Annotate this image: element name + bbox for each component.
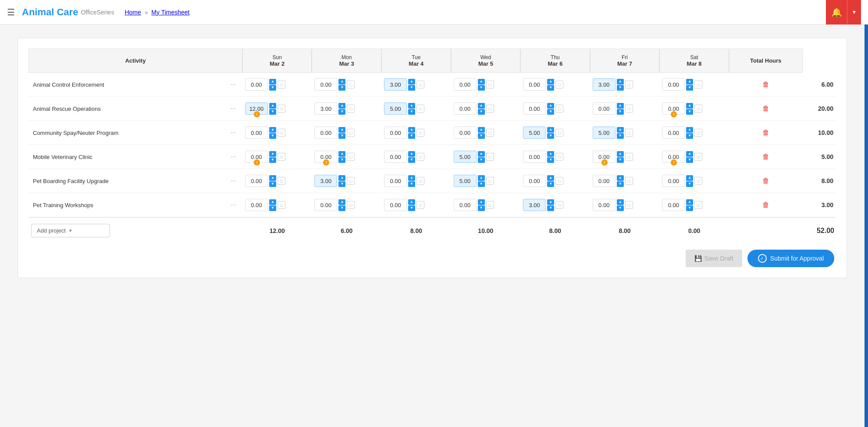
spin-up-button[interactable]: ▲ (338, 151, 345, 157)
note-button[interactable]: □ (625, 81, 633, 88)
spin-down-button[interactable]: ▼ (338, 157, 345, 163)
spin-up-button[interactable]: ▲ (408, 151, 415, 157)
spin-down-button[interactable]: ▼ (617, 133, 624, 139)
spin-down-button[interactable]: ▼ (547, 85, 554, 91)
hour-input[interactable] (593, 175, 615, 187)
spin-down-button[interactable]: ▼ (547, 181, 554, 187)
spin-down-button[interactable]: ▼ (338, 133, 345, 139)
hour-input[interactable] (593, 127, 615, 139)
spin-up-button[interactable]: ▲ (478, 103, 485, 109)
spin-down-button[interactable]: ▼ (617, 85, 624, 91)
spin-up-button[interactable]: ▲ (269, 199, 276, 205)
spin-up-button[interactable]: ▲ (547, 103, 554, 109)
hour-input[interactable] (314, 127, 337, 139)
spin-up-button[interactable]: ▲ (408, 199, 415, 205)
note-button[interactable]: □ (277, 177, 285, 185)
spin-down-button[interactable]: ▼ (269, 181, 276, 187)
note-button[interactable]: □ (347, 153, 355, 161)
spin-up-button[interactable]: ▲ (338, 175, 345, 181)
spin-down-button[interactable]: ▼ (338, 109, 345, 115)
delete-row-button[interactable]: 🗑 (761, 104, 770, 113)
spin-down-button[interactable]: ▼ (686, 109, 693, 115)
hour-input[interactable] (662, 127, 685, 139)
spin-down-button[interactable]: ▼ (478, 157, 485, 163)
notifications-button[interactable]: 🔔 (826, 0, 847, 25)
delete-row-button[interactable]: 🗑 (761, 200, 770, 210)
add-project-button[interactable]: Add project ▼ (31, 224, 110, 237)
note-button[interactable]: □ (625, 129, 633, 137)
hour-input[interactable] (454, 127, 477, 139)
spin-up-button[interactable]: ▲ (338, 79, 345, 85)
breadcrumb-home[interactable]: Home (125, 9, 141, 16)
hour-input[interactable] (384, 199, 407, 211)
row-menu-button[interactable]: ··· (229, 152, 238, 162)
hour-input[interactable] (523, 199, 546, 211)
spin-up-button[interactable]: ▲ (686, 103, 693, 109)
note-button[interactable]: □ (555, 201, 563, 209)
note-button[interactable]: □ (486, 153, 494, 161)
spin-up-button[interactable]: ▲ (408, 175, 415, 181)
spin-down-button[interactable]: ▼ (408, 205, 415, 211)
spin-down-button[interactable]: ▼ (408, 85, 415, 91)
spin-up-button[interactable]: ▲ (408, 79, 415, 85)
note-button[interactable]: □ (416, 129, 424, 137)
hour-input[interactable] (454, 175, 477, 187)
spin-up-button[interactable]: ▲ (547, 151, 554, 157)
note-button[interactable]: □ (555, 81, 563, 88)
row-menu-button[interactable]: ··· (229, 176, 238, 186)
spin-up-button[interactable]: ▲ (547, 79, 554, 85)
row-menu-button[interactable]: ··· (229, 104, 238, 113)
spin-up-button[interactable]: ▲ (478, 199, 485, 205)
spin-down-button[interactable]: ▼ (547, 157, 554, 163)
hour-input[interactable] (245, 127, 268, 139)
hour-input[interactable] (523, 151, 546, 163)
spin-down-button[interactable]: ▼ (547, 109, 554, 115)
hour-input[interactable] (384, 175, 407, 187)
spin-up-button[interactable]: ▲ (547, 127, 554, 133)
spin-up-button[interactable]: ▲ (617, 175, 624, 181)
spin-down-button[interactable]: ▼ (617, 109, 624, 115)
spin-up-button[interactable]: ▲ (547, 175, 554, 181)
spin-up-button[interactable]: ▲ (408, 127, 415, 133)
spin-up-button[interactable]: ▲ (617, 79, 624, 85)
breadcrumb-current[interactable]: My Timesheet (151, 9, 189, 16)
user-dropdown-button[interactable]: ▼ (847, 0, 861, 25)
spin-down-button[interactable]: ▼ (547, 133, 554, 139)
spin-down-button[interactable]: ▼ (617, 157, 624, 163)
note-button[interactable]: □ (555, 129, 563, 137)
spin-up-button[interactable]: ▲ (269, 103, 276, 109)
spin-up-button[interactable]: ▲ (269, 151, 276, 157)
spin-up-button[interactable]: ▲ (686, 151, 693, 157)
hour-input[interactable] (384, 78, 407, 91)
spin-down-button[interactable]: ▼ (617, 181, 624, 187)
note-button[interactable]: □ (486, 105, 494, 113)
note-button[interactable]: □ (416, 201, 424, 209)
spin-down-button[interactable]: ▼ (547, 205, 554, 211)
spin-down-button[interactable]: ▼ (408, 157, 415, 163)
delete-row-button[interactable]: 🗑 (761, 128, 770, 138)
note-button[interactable]: □ (555, 153, 563, 161)
hour-input[interactable] (523, 175, 546, 187)
hamburger-icon[interactable]: ☰ (7, 7, 15, 18)
hour-input[interactable] (384, 151, 407, 163)
hour-input[interactable] (454, 102, 477, 115)
hour-input[interactable] (384, 102, 407, 115)
hour-input[interactable] (314, 175, 337, 187)
note-button[interactable]: □ (416, 153, 424, 161)
spin-down-button[interactable]: ▼ (478, 181, 485, 187)
spin-up-button[interactable]: ▲ (686, 175, 693, 181)
hour-input[interactable] (662, 175, 685, 187)
hour-input[interactable] (245, 199, 268, 211)
note-button[interactable]: □ (486, 129, 494, 137)
spin-up-button[interactable]: ▲ (617, 199, 624, 205)
spin-up-button[interactable]: ▲ (478, 151, 485, 157)
spin-up-button[interactable]: ▲ (338, 127, 345, 133)
spin-down-button[interactable]: ▼ (686, 85, 693, 91)
note-button[interactable]: □ (694, 105, 702, 113)
spin-up-button[interactable]: ▲ (269, 79, 276, 85)
note-button[interactable]: □ (347, 177, 355, 185)
spin-up-button[interactable]: ▲ (269, 175, 276, 181)
note-button[interactable]: □ (416, 105, 424, 113)
row-menu-button[interactable]: ··· (229, 200, 238, 210)
hour-input[interactable] (454, 151, 477, 163)
